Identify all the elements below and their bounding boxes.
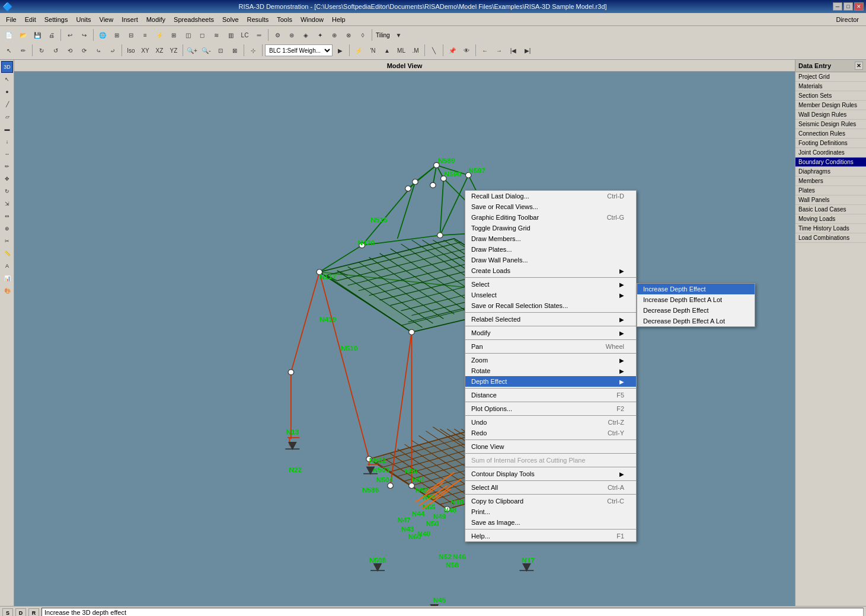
rotate-btn2[interactable]: ↺ [49,44,62,57]
leftend-btn[interactable]: |◀ [507,44,520,57]
de-connection-rules[interactable]: Connection Rules [795,129,866,139]
de-joint-coordinates[interactable]: Joint Coordinates [795,148,866,158]
up-btn[interactable]: ▲ [381,44,394,57]
de-wall-panels[interactable]: Wall Panels [795,195,866,205]
ctx-help[interactable]: Help... F1 [465,531,636,541]
lt-section-btn[interactable]: ✂ [1,235,13,247]
zoom-out[interactable]: 🔍- [200,44,213,57]
tool8-button[interactable]: LC [238,28,251,41]
close-button[interactable]: ✕ [854,2,864,11]
ctx-select-all[interactable]: Select All Ctrl-A [465,482,636,493]
ctx-toggle-grid[interactable]: Toggle Drawing Grid [465,223,636,233]
menu-tools[interactable]: Tools [273,15,296,24]
rotate-btn3[interactable]: ⟲ [63,44,76,57]
pin-btn[interactable]: 📌 [446,44,459,57]
lt-measure-btn[interactable]: 📏 [1,248,13,259]
new-button[interactable]: 📄 [2,28,15,41]
ctx-select[interactable]: Select ▶ [465,279,636,290]
blc-go[interactable]: ▶ [334,44,347,57]
tiling-dropdown[interactable]: ▼ [392,28,405,41]
lt-3d-btn[interactable]: 3D [1,61,13,73]
tool12-button[interactable]: ◈ [299,28,312,41]
grid-button[interactable]: ⊞ [110,28,123,41]
status-d-btn[interactable]: D [15,608,26,617]
label-btn[interactable]: ML [395,44,408,57]
ctx-save-recall-views[interactable]: Save or Recall Views... [465,201,636,212]
rotate-btn4[interactable]: ⟳ [78,44,91,57]
de-diaphragms[interactable]: Diaphragms [795,167,866,177]
sub-increase-depth[interactable]: Increase Depth Effect [637,284,755,294]
save-button[interactable]: 💾 [31,28,44,41]
ctx-distance[interactable]: Distance F5 [465,390,636,400]
lt-plate-btn[interactable]: ▱ [1,111,13,123]
sub-decrease-depth-lot[interactable]: Decrease Depth Effect A Lot [637,316,755,326]
select-btn[interactable]: ↖ [2,44,15,57]
de-moving-loads[interactable]: Moving Loads [795,214,866,224]
tool4-button[interactable]: ◫ [181,28,194,41]
menu-insert[interactable]: Insert [118,15,142,24]
de-footing-definitions[interactable]: Footing Definitions [795,139,866,148]
lt-scale-btn[interactable]: ⇲ [1,198,13,210]
arrow2-btn[interactable]: → [493,44,506,57]
ctx-contour-display[interactable]: Contour Display Tools ▶ [465,469,636,479]
lt-move-btn[interactable]: ✥ [1,173,13,185]
open-button[interactable]: 📂 [17,28,30,41]
eye-btn[interactable]: 👁 [460,44,473,57]
lt-load-btn[interactable]: ↓ [1,136,13,147]
rotate-btn1[interactable]: ↻ [35,44,48,57]
menu-help[interactable]: Help [328,15,349,24]
globe-button[interactable]: 🌐 [96,28,109,41]
ctx-plot-options[interactable]: Plot Options... F2 [465,403,636,414]
ctx-redo[interactable]: Redo Ctrl-Y [465,428,636,438]
ctx-graphic-editing[interactable]: Graphic Editing Toolbar Ctrl-G [465,212,636,223]
undo-button[interactable]: ↩ [63,28,76,41]
de-section-sets[interactable]: Section Sets [795,91,866,101]
tool2-button[interactable]: ⚡ [153,28,166,41]
grid2-button[interactable]: ⊟ [124,28,138,41]
tool1-button[interactable]: ≡ [139,28,152,41]
ctx-clone-view[interactable]: Clone View [465,441,636,452]
de-load-combinations[interactable]: Load Combinations [795,233,866,243]
M-btn[interactable]: .M [409,44,422,57]
sub-increase-depth-lot[interactable]: Increase Depth Effect A Lot [637,294,755,305]
menu-settings[interactable]: Settings [41,15,72,24]
minimize-button[interactable]: ─ [833,2,842,11]
animate-btn[interactable]: ⚡ [352,44,365,57]
view-xz[interactable]: XZ [153,44,166,57]
de-wall-design-rules[interactable]: Wall Design Rules [795,110,866,120]
node-btn[interactable]: 'N [366,44,379,57]
status-s-btn[interactable]: S [2,608,13,617]
de-seismic-design-rules[interactable]: Seismic Design Rules [795,120,866,129]
view-iso[interactable]: Iso [124,44,138,57]
de-project-grid[interactable]: Project Grid [795,72,866,82]
lt-text-btn[interactable]: A [1,260,13,272]
line-btn[interactable]: ╲ [427,44,440,57]
tool3-button[interactable]: ⊞ [167,28,180,41]
tool9-button[interactable]: ═ [253,28,266,41]
lt-results-btn[interactable]: 📊 [1,272,13,284]
lt-mirror-btn[interactable]: ⇔ [1,210,13,222]
de-materials[interactable]: Materials [795,82,866,91]
ctx-create-loads[interactable]: Create Loads ▶ [465,265,636,276]
ctx-save-recall-selection[interactable]: Save or Recall Selection States... [465,300,636,311]
ctx-draw-wall-panels[interactable]: Draw Wall Panels... [465,255,636,265]
rotate-btn5[interactable]: ⤿ [92,44,105,57]
de-plates[interactable]: Plates [795,186,866,195]
lt-select-btn[interactable]: ↖ [1,73,13,85]
lt-wall-btn[interactable]: ▬ [1,123,13,135]
tool5-button[interactable]: ◻ [196,28,209,41]
menu-spreadsheets[interactable]: Spreadsheets [170,15,218,24]
blc-dropdown[interactable]: BLC 1:Self Weigh... [265,44,333,56]
lt-member-btn[interactable]: ╱ [1,98,13,110]
tool6-button[interactable]: ≋ [210,28,223,41]
zoom-rect[interactable]: ⊠ [228,44,241,57]
maximize-button[interactable]: □ [843,2,853,11]
ctx-recall-dialog[interactable]: Recall Last Dialog... Ctrl-D [465,191,636,201]
zoom-fit[interactable]: ⊡ [214,44,227,57]
menu-modify[interactable]: Modify [143,15,169,24]
redo-button[interactable]: ↪ [78,28,91,41]
snap-btn[interactable]: ⊹ [247,44,260,57]
tool10-button[interactable]: ⚙ [271,28,284,41]
menu-units[interactable]: Units [72,15,94,24]
menu-view[interactable]: View [96,15,117,24]
